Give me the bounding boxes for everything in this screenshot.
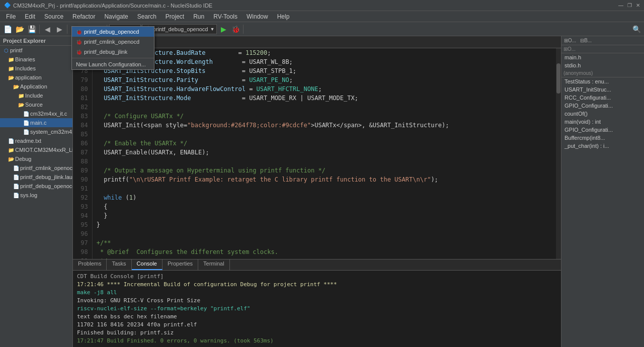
bottom-tabs: ProblemsTasksConsolePropertiesTerminal: [73, 259, 561, 271]
launch-config-label: printf_debug_openocd: [153, 26, 208, 32]
tree-item-application[interactable]: 📂application: [0, 73, 72, 82]
right-panel-item[interactable]: stdio.h: [561, 61, 644, 69]
debug-btn[interactable]: 🐞: [230, 24, 241, 35]
code-line: [97, 184, 552, 193]
menu-item-run[interactable]: Run: [189, 12, 208, 21]
project-explorer-panel: Project Explorer ⬡printf📁Binaries📁Includ…: [0, 36, 73, 347]
right-panel-item[interactable]: TestStatus : enu...: [561, 77, 644, 85]
folder-icon: 📁: [17, 92, 25, 100]
bottom-tab-terminal[interactable]: Terminal: [198, 259, 230, 270]
right-panel: ⊞O...⊟B...⊞O...main.hstdio.h(anonymous)T…: [561, 36, 644, 347]
launch-config-option[interactable]: 🐞printf_cmlink_openocd: [72, 37, 154, 47]
bottom-tab-properties[interactable]: Properties: [163, 259, 198, 270]
back-btn[interactable]: ◀: [42, 24, 53, 35]
right-panel-item[interactable]: RCC_Configurati...: [561, 94, 644, 102]
menu-item-refactor[interactable]: Refactor: [68, 12, 99, 21]
launch-config-option[interactable]: 🐞printf_debug_jlink: [72, 47, 154, 57]
right-panel-item[interactable]: GPIO_Configurati...: [561, 126, 644, 134]
bottom-tab-tasks[interactable]: Tasks: [107, 259, 131, 270]
console-line: Invoking: GNU RISC-V Cross Print Size: [77, 297, 557, 305]
launch-config-option[interactable]: 🐞printf_debug_openocd: [72, 27, 154, 37]
scrollbar-thumb[interactable]: [556, 63, 560, 94]
right-panel-item[interactable]: Buffercmp(int8...: [561, 134, 644, 142]
line-number: 95: [77, 220, 88, 229]
editor-content: 7677787980818283848586878889909192939495…: [73, 48, 561, 259]
tree-item-sys_log[interactable]: 📄sys.log: [0, 191, 72, 200]
bottom-tab-console[interactable]: Console: [132, 259, 163, 270]
right-panel-icon-btn[interactable]: ⊞O...: [562, 37, 578, 44]
menu-item-edit[interactable]: Edit: [21, 12, 39, 21]
minimize-btn[interactable]: —: [618, 3, 623, 8]
close-btn[interactable]: ✕: [636, 3, 640, 8]
right-panel-item[interactable]: main.h: [561, 53, 644, 61]
new-btn[interactable]: 📄: [2, 24, 13, 35]
bottom-tab-problems[interactable]: Problems: [73, 259, 107, 270]
console-line: 17:21:47 Build Finished. 0 errors, 0 war…: [77, 337, 557, 345]
line-number: 87: [77, 148, 88, 157]
tree-item-cm32m4xx_it_c[interactable]: 📄cm32m4xx_it.c: [0, 109, 72, 118]
bottom-panel: ProblemsTasksConsolePropertiesTerminal C…: [73, 259, 561, 347]
right-panel-item[interactable]: _put_char(int) : i...: [561, 142, 644, 150]
right-panel-icon-btn[interactable]: ⊟B...: [579, 37, 593, 44]
folder-icon: 📂: [12, 82, 20, 91]
tree-item-binaries[interactable]: 📁Binaries: [0, 55, 72, 64]
right-panel-item[interactable]: main(void) : int: [561, 118, 644, 126]
right-section-title: ⊞O...: [561, 45, 644, 53]
code-editor[interactable]: USART_InitStructure.BaudRate = 115200; U…: [93, 48, 556, 259]
tree-item-include[interactable]: 📁Include: [0, 91, 72, 100]
window-title: CM32M4xxR_Prj - printf/application/Appli…: [13, 3, 212, 9]
tree-item-system_cm32m4xx_[interactable]: 📄system_cm32m4xx…: [0, 127, 72, 136]
tree-label: application: [15, 74, 42, 80]
file-icon: 📄: [7, 137, 15, 145]
tree-item-application[interactable]: 📂Application: [0, 82, 72, 91]
tree-label: Include: [25, 93, 43, 99]
menu-item-window[interactable]: Window: [243, 12, 272, 21]
code-line: [97, 157, 552, 166]
code-line: }: [97, 211, 552, 220]
console-line: 11702 116 8416 20234 4f0a printf.elf: [77, 321, 557, 329]
tree-item-printf_debug_jlink_launch[interactable]: 📄printf_debug_jlink.launch: [0, 172, 72, 182]
tree-item-main_c[interactable]: 📄main.c: [0, 118, 72, 127]
menu-item-rv-tools[interactable]: RV-Tools: [209, 12, 242, 21]
right-panel-item[interactable]: USART_InitStruc...: [561, 85, 644, 94]
forward-btn[interactable]: ▶: [54, 24, 65, 35]
right-panel-item[interactable]: GPIO_Configurati...: [561, 102, 644, 110]
folder-icon: 📁: [7, 64, 15, 72]
tree-item-printf_debug_openocd_launch[interactable]: 📄printf_debug_openocd.launch: [0, 182, 72, 191]
editor-scrollbar[interactable]: [556, 48, 561, 259]
line-number: 85: [77, 130, 88, 139]
run-btn[interactable]: ▶: [218, 24, 229, 35]
tree-item-readme_txt[interactable]: 📄readme.txt: [0, 136, 72, 145]
save-btn[interactable]: 💾: [26, 24, 37, 35]
tree-item-debug[interactable]: 📂Debug: [0, 154, 72, 163]
right-panel-item[interactable]: countOf(): [561, 110, 644, 118]
maximize-btn[interactable]: ❐: [627, 3, 632, 8]
open-btn[interactable]: 📂: [14, 24, 25, 35]
file-icon: 📄: [12, 182, 20, 190]
folder-icon: 📁: [7, 146, 15, 154]
menu-item-search[interactable]: Search: [133, 12, 160, 21]
menu-item-project[interactable]: Project: [162, 12, 188, 21]
line-number: 93: [77, 202, 88, 211]
tree-item-printf[interactable]: ⬡printf: [0, 46, 72, 55]
new-launch-config-btn[interactable]: New Launch Configuration...: [72, 59, 154, 69]
menu-item-file[interactable]: File: [2, 12, 20, 21]
tree-item-printf_cmlink_openocd_launch[interactable]: 📄printf_cmlink_openocd.launch: [0, 163, 72, 172]
folder-icon: 📁: [7, 55, 15, 63]
menu-item-navigate[interactable]: Navigate: [100, 12, 132, 21]
menu-item-source[interactable]: Source: [40, 12, 67, 21]
dropdown-separator: [72, 58, 154, 58]
line-number: 88: [77, 157, 88, 166]
console-line: riscv-nuclei-elf-size --format=berkeley …: [77, 305, 557, 313]
debug-launch-icon: 🐞: [76, 49, 82, 55]
main-layout: Project Explorer ⬡printf📁Binaries📁Includ…: [0, 36, 644, 347]
search-icon[interactable]: 🔍: [631, 24, 642, 35]
tree-item-source[interactable]: 📂Source: [0, 100, 72, 109]
file-icon: 📄: [12, 173, 20, 181]
menu-item-help[interactable]: Help: [273, 12, 294, 21]
tree-item-includes[interactable]: 📁Includes: [0, 64, 72, 73]
launch-config-option-label: printf_debug_openocd: [84, 29, 139, 35]
tree-item-cmiot_cm32m4xxr_library[interactable]: 📁CMIOT.CM32M4xxR_Library: [0, 145, 72, 154]
title-bar: 🔷 CM32M4xxR_Prj - printf/application/App…: [0, 0, 644, 11]
file-icon: 📄: [22, 119, 30, 127]
